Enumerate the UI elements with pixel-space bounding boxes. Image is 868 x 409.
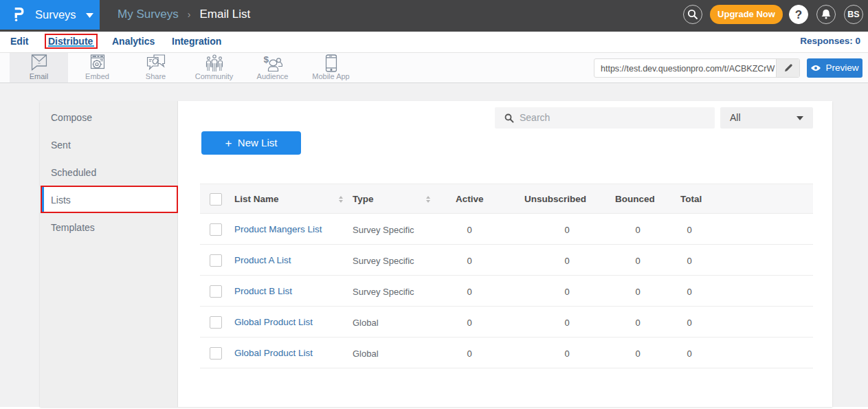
svg-text:$: $ xyxy=(263,54,269,65)
